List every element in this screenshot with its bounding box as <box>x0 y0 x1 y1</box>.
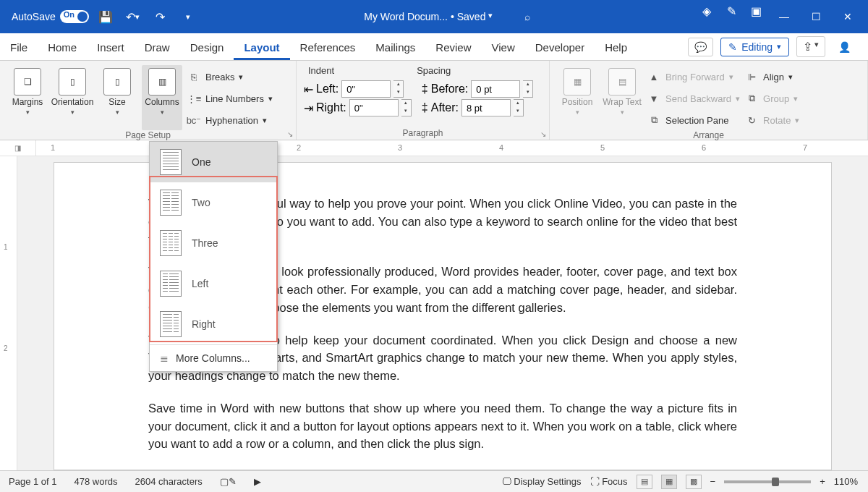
tab-draw[interactable]: Draw <box>135 34 180 60</box>
columns-option-three[interactable]: Three <box>150 223 277 263</box>
display-settings-button[interactable]: 🖵 Display Settings <box>502 476 582 487</box>
columns-option-left[interactable]: Left <box>150 263 277 304</box>
align-icon: ⊫ <box>744 72 759 82</box>
spinner-icon[interactable]: ▴▾ <box>401 99 412 116</box>
spacing-before-input[interactable] <box>471 80 520 98</box>
more-columns-button[interactable]: ≣ More Columns... <box>150 345 277 371</box>
close-button[interactable]: ✕ <box>833 0 862 33</box>
tab-mailings[interactable]: Mailings <box>365 34 425 60</box>
spinner-icon[interactable]: ▴▾ <box>523 80 533 98</box>
align-button[interactable]: ⊫Align ▾ <box>744 67 799 87</box>
account-icon[interactable]: 👤 <box>833 38 856 56</box>
maximize-button[interactable]: ☐ <box>801 0 830 33</box>
spinner-icon[interactable]: ▴▾ <box>514 99 524 116</box>
word-count[interactable]: 478 words <box>66 476 127 487</box>
size-button[interactable]: ▯ Size▾ <box>97 65 137 130</box>
page-count[interactable]: Page 1 of 1 <box>0 476 66 487</box>
ruler-tick: 2 <box>297 143 301 152</box>
paragraph-launcher[interactable]: ↘ <box>540 130 546 138</box>
chevron-down-icon: ▾ <box>777 42 781 51</box>
tab-layout[interactable]: Layout <box>234 34 289 60</box>
zoom-slider[interactable] <box>724 480 811 483</box>
position-icon: ▦ <box>563 68 591 96</box>
line-numbers-button[interactable]: ⋮≡Line Numbers ▾ <box>187 88 273 109</box>
bring-forward-button: ▲Bring Forward ▾ <box>647 67 740 87</box>
focus-button[interactable]: ⛶ Focus <box>590 476 628 487</box>
tab-help[interactable]: Help <box>595 34 637 60</box>
line-numbers-icon: ⋮≡ <box>187 93 201 104</box>
selection-pane-icon: ⧉ <box>647 114 661 126</box>
read-mode-button[interactable]: ▤ <box>637 475 652 489</box>
title-bar: AutoSave On 💾 ↶▾ ↷ ▾ My Word Docum... • … <box>0 0 868 33</box>
ruler-tick: 4 <box>499 143 503 152</box>
print-layout-button[interactable]: ▦ <box>661 475 677 489</box>
customize-qat-icon[interactable]: ▾ <box>177 6 199 27</box>
tab-file[interactable]: File <box>0 34 38 60</box>
indent-left-input[interactable] <box>341 80 391 98</box>
margins-icon: ❏ <box>14 68 41 96</box>
tab-developer[interactable]: Developer <box>525 34 595 60</box>
autosave-toggle[interactable]: AutoSave On <box>12 10 89 23</box>
spacing-after-field[interactable]: ‡After:▴▾ <box>422 99 534 116</box>
page-setup-launcher[interactable]: ↘ <box>287 130 293 138</box>
tab-home[interactable]: Home <box>38 34 87 60</box>
spinner-icon[interactable]: ▴▾ <box>393 80 404 98</box>
spacing-after-input[interactable] <box>461 99 511 116</box>
chevron-down-icon[interactable]: ▾ <box>488 11 493 22</box>
margins-button[interactable]: ❏ Margins▾ <box>7 65 48 130</box>
columns-dropdown: One Two Three Left Right ≣ More Columns.… <box>149 141 278 372</box>
arrange-group-label: Arrange <box>557 130 860 140</box>
indent-left-icon: ⇤ <box>304 82 313 96</box>
macro-icon[interactable]: ▶ <box>245 476 270 487</box>
indent-right-icon: ⇥ <box>304 101 313 115</box>
zoom-in-button[interactable]: + <box>820 476 825 487</box>
save-icon[interactable]: 💾 <box>95 6 116 27</box>
zoom-level[interactable]: 110% <box>834 476 858 487</box>
horizontal-ruler: ◨ 1 2 3 4 5 6 7 <box>0 140 868 156</box>
editing-mode-button[interactable]: ✎ Editing ▾ <box>720 38 789 56</box>
indent-heading: Indent <box>308 65 334 76</box>
hyphenation-icon: bc⁻ <box>187 115 201 126</box>
indent-right-field[interactable]: ⇥Right:▴▾ <box>304 99 412 116</box>
paragraph[interactable]: Save time in Word with new buttons that … <box>148 399 737 453</box>
minimize-button[interactable]: — <box>770 0 799 33</box>
ribbon-display-icon[interactable]: ▣ <box>745 0 767 22</box>
position-button: ▦ Position▾ <box>557 65 597 130</box>
upgrade-icon[interactable]: ◈ <box>696 0 718 22</box>
zoom-out-button[interactable]: − <box>710 476 716 487</box>
breaks-button[interactable]: ⎘Breaks ▾ <box>187 67 273 87</box>
spelling-icon[interactable]: ▢✎ <box>211 476 245 487</box>
undo-icon[interactable]: ↶▾ <box>122 6 144 27</box>
char-count[interactable]: 2604 characters <box>126 476 210 487</box>
web-layout-button[interactable]: ▩ <box>686 475 702 489</box>
tab-design[interactable]: Design <box>180 34 234 60</box>
tab-view[interactable]: View <box>482 34 525 60</box>
columns-option-right[interactable]: Right <box>150 304 277 344</box>
indent-left-field[interactable]: ⇤Left:▴▾ <box>304 80 412 98</box>
position-label: Position <box>562 97 593 107</box>
share-button[interactable]: ⇪ ▾ <box>796 36 825 57</box>
hyphenation-button[interactable]: bc⁻Hyphenation ▾ <box>187 110 273 130</box>
paragraph-group-label: Paragraph <box>304 128 542 138</box>
redo-icon[interactable]: ↷ <box>150 6 171 27</box>
ruler-corner: ◨ <box>0 140 36 156</box>
indent-right-input[interactable] <box>349 99 399 116</box>
more-columns-icon: ≣ <box>160 352 169 364</box>
orientation-button[interactable]: ▯ Orientation▾ <box>52 65 93 130</box>
columns-option-one[interactable]: One <box>150 142 277 182</box>
editing-label: Editing <box>741 41 773 53</box>
tab-insert[interactable]: Insert <box>87 34 135 60</box>
tab-references[interactable]: References <box>290 34 366 60</box>
selection-pane-button[interactable]: ⧉Selection Pane <box>647 110 740 130</box>
search-icon[interactable]: ⌕ <box>524 11 530 22</box>
ribbon: ❏ Margins▾ ▯ Orientation▾ ▯ Size▾ ▥ Colu… <box>0 61 868 140</box>
orientation-label: Orientation <box>51 97 94 107</box>
columns-option-two[interactable]: Two <box>150 182 277 223</box>
tab-review[interactable]: Review <box>425 34 481 60</box>
columns-button[interactable]: ▥ Columns▾ <box>142 65 182 130</box>
coming-soon-icon[interactable]: ✎ <box>720 0 742 22</box>
spacing-before-field[interactable]: ‡Before:▴▾ <box>422 80 534 98</box>
comments-button[interactable]: 💬 <box>688 38 713 56</box>
spacing-heading: Spacing <box>417 65 451 76</box>
columns-label: Columns <box>145 97 179 107</box>
